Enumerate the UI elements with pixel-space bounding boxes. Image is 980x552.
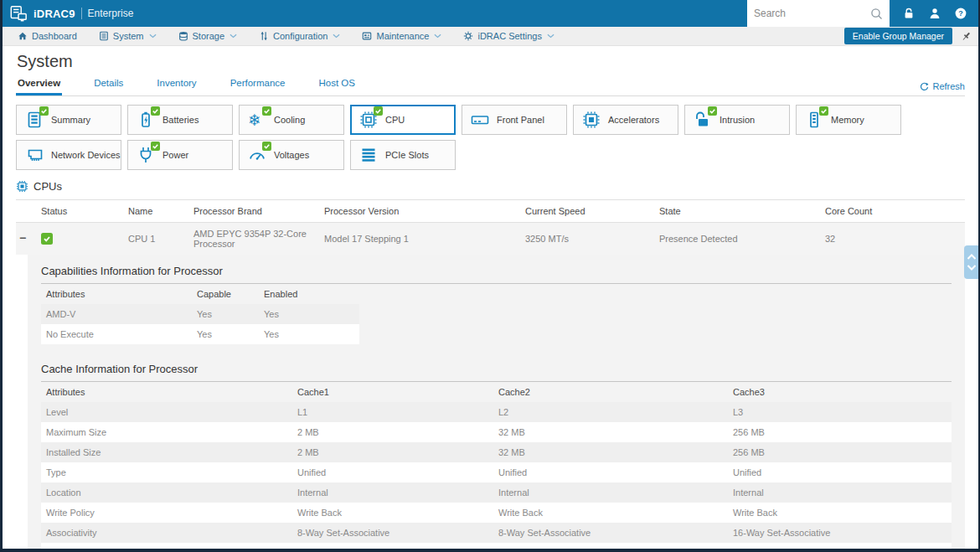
tile-memory[interactable]: Memory xyxy=(796,105,901,135)
menu-item-maintenance[interactable]: Maintenance xyxy=(362,31,441,41)
healthy-check-icon xyxy=(708,106,717,116)
table-row: No ExecuteYesYes xyxy=(41,324,359,344)
main-menu: Dashboard System Storage xyxy=(3,27,978,46)
cache-table: Attributes Cache1 Cache2 Cache3 LevelL1L… xyxy=(41,382,952,552)
svg-text:?: ? xyxy=(958,9,963,18)
tile-front-panel[interactable]: Front Panel xyxy=(462,105,567,135)
tab-inventory[interactable]: Inventory xyxy=(155,76,198,95)
tile-row-2: Network Devices Power xyxy=(16,140,965,170)
cpu-row: − CPU 1 AMD EPYC 9354P 32-Core Processor… xyxy=(16,223,965,255)
system-icon xyxy=(99,31,109,41)
healthy-check-icon xyxy=(262,106,271,116)
idrac-logo: iDRAC9 Enterprise xyxy=(9,4,133,23)
cache-block: Cache Information for Processor Attribut… xyxy=(41,363,952,552)
user-icon[interactable] xyxy=(929,8,941,19)
menubar-right: Enable Group Manager xyxy=(844,28,972,44)
unlock-icon[interactable] xyxy=(903,8,915,19)
help-icon[interactable]: ? xyxy=(955,8,967,19)
tile-summary[interactable]: Summary xyxy=(16,105,121,135)
cpus-section: CPUs Status Name Processor Brand Process… xyxy=(16,180,965,552)
server-monitor-icon xyxy=(9,4,28,23)
tile-batteries[interactable]: Batteries xyxy=(127,105,233,135)
tile-power[interactable]: Power xyxy=(127,140,233,170)
table-row: LocationInternalInternalInternal xyxy=(41,482,952,503)
cpu-speed: 3250 MT/s xyxy=(522,223,656,255)
tab-details[interactable]: Details xyxy=(92,76,125,95)
tab-host-os[interactable]: Host OS xyxy=(317,76,356,95)
pin-icon[interactable] xyxy=(961,31,972,42)
chevron-down-icon xyxy=(333,34,340,39)
tile-pcie-slots[interactable]: PCIe Slots xyxy=(350,140,456,170)
cpu-name: CPU 1 xyxy=(125,223,190,255)
enable-group-manager-button[interactable]: Enable Group Manager xyxy=(844,28,952,44)
page-title: System xyxy=(17,52,965,71)
search-icon[interactable] xyxy=(870,8,883,20)
healthy-check-icon xyxy=(151,106,160,116)
health-tiles: Summary Batteries ❄ Cooling xyxy=(16,105,965,170)
cpus-table: Status Name Processor Brand Processor Ve… xyxy=(16,199,965,255)
home-icon xyxy=(18,31,28,41)
storage-icon xyxy=(178,31,188,41)
tile-row-1: Summary Batteries ❄ Cooling xyxy=(16,105,965,135)
chevron-down-icon xyxy=(230,34,237,39)
table-row: TypeUnifiedUnifiedUnified xyxy=(41,462,952,482)
healthy-check-icon xyxy=(374,106,383,116)
tab-bar: Overview Details Inventory Performance H… xyxy=(16,76,965,96)
tile-accelerators[interactable]: Accelerators xyxy=(573,105,678,135)
menu-item-configuration[interactable]: Configuration xyxy=(259,31,340,41)
status-ok-icon xyxy=(41,233,53,245)
search-input[interactable] xyxy=(754,8,870,19)
chevron-down-icon xyxy=(434,34,441,39)
menu-item-idrac-settings[interactable]: iDRAC Settings xyxy=(463,31,554,41)
search-box xyxy=(747,0,890,27)
main-content: System Overview Details Inventory Perfor… xyxy=(3,46,978,552)
front-panel-icon xyxy=(471,111,489,129)
capabilities-table: Attributes Capable Enabled AMD-VYesYesNo… xyxy=(41,284,359,344)
tile-cpu[interactable]: CPU xyxy=(350,105,456,135)
accelerator-chip-icon xyxy=(582,111,601,129)
network-card-icon xyxy=(25,146,44,164)
table-row: Installed Size2 MB32 MB256 MB xyxy=(41,442,952,462)
refresh-icon xyxy=(920,82,929,91)
cpu-cores: 32 xyxy=(822,223,965,255)
capabilities-header: Attributes Capable Enabled xyxy=(41,284,359,304)
brand-edition: Enterprise xyxy=(88,8,134,19)
snowflake-icon: ❄ xyxy=(248,111,261,129)
scroll-down-icon[interactable] xyxy=(967,264,977,271)
brand-name: iDRAC9 xyxy=(34,8,75,20)
cache-title: Cache Information for Processor xyxy=(41,363,952,382)
cpu-section-icon xyxy=(16,180,28,193)
tile-network-devices[interactable]: Network Devices xyxy=(16,140,121,170)
quick-scroll-widget xyxy=(964,245,978,279)
capabilities-title: Capabilities Information for Processor xyxy=(41,265,952,284)
tile-intrusion[interactable]: Intrusion xyxy=(684,105,790,135)
tile-voltages[interactable]: Voltages xyxy=(239,140,344,170)
tile-cooling[interactable]: ❄ Cooling xyxy=(239,105,344,135)
sliders-icon xyxy=(259,31,269,41)
table-row: Associativity8-Way Set-Associative8-Way … xyxy=(41,523,952,543)
menu-item-system[interactable]: System xyxy=(99,31,157,41)
chevron-down-icon xyxy=(149,34,157,39)
cpu-brand: AMD EPYC 9354P 32-Core Processor xyxy=(190,223,321,255)
scroll-up-icon[interactable] xyxy=(967,253,977,261)
cpu-version: Model 17 Stepping 1 xyxy=(321,223,522,255)
table-row: Write PolicyWrite BackWrite BackWrite Ba… xyxy=(41,503,952,523)
healthy-check-icon xyxy=(819,106,828,116)
tab-performance[interactable]: Performance xyxy=(229,76,287,95)
cpu-state: Presence Detected xyxy=(656,223,822,255)
tab-overview[interactable]: Overview xyxy=(16,76,62,95)
cache-header: Attributes Cache1 Cache2 Cache3 xyxy=(41,382,952,402)
refresh-button[interactable]: Refresh xyxy=(920,81,965,95)
menu-item-storage[interactable]: Storage xyxy=(178,31,238,41)
healthy-check-icon xyxy=(262,142,271,151)
chevron-down-icon xyxy=(547,34,554,39)
app-window: iDRAC9 Enterprise xyxy=(0,0,980,552)
healthy-check-icon xyxy=(39,106,49,116)
cpu-detail-panel: Capabilities Information for Processor A… xyxy=(28,255,965,552)
menu-item-dashboard[interactable]: Dashboard xyxy=(18,31,77,41)
collapse-row-icon[interactable]: − xyxy=(19,231,26,245)
cpus-table-header: Status Name Processor Brand Processor Ve… xyxy=(16,200,965,223)
gear-icon xyxy=(463,31,473,41)
pcie-slots-icon xyxy=(359,146,378,164)
topbar-right: ? xyxy=(747,0,978,27)
